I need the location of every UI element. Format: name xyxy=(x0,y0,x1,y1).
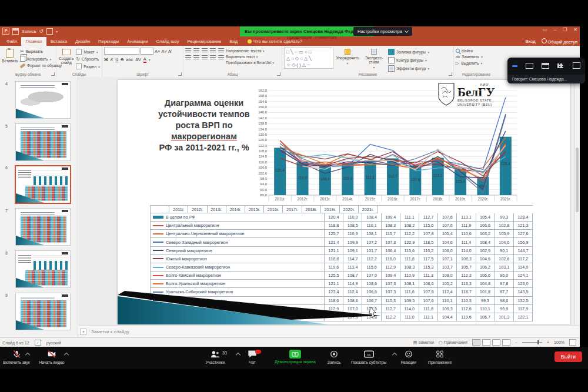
section-button[interactable]: Раздел▾ xyxy=(76,63,100,69)
reactions-button[interactable]: Реакции xyxy=(395,350,422,364)
gallery-strip-icon[interactable] xyxy=(542,63,549,69)
text-shadow-button[interactable]: abc xyxy=(126,57,133,62)
tell-me-box[interactable]: Что вы хотите сделать? xyxy=(248,39,302,46)
gallery-grid-icon[interactable] xyxy=(557,63,563,68)
spellcheck-icon[interactable]: ✓ xyxy=(35,340,41,346)
apps-button[interactable]: Приложения xyxy=(422,350,457,364)
notes-collapse-icon[interactable]: ◂ xyxy=(80,329,86,335)
zoom-slider[interactable] xyxy=(522,342,542,343)
exit-fullscreen-icon[interactable] xyxy=(573,62,580,69)
minimize-icon[interactable]: – xyxy=(554,27,556,32)
share-button[interactable]: Общий доступ xyxy=(542,38,577,45)
slide-thumbnail-9[interactable]: 9 xyxy=(15,293,71,330)
new-slide-button[interactable]: Создать слайд xyxy=(58,48,74,71)
tab-Дизайн[interactable]: Дизайн xyxy=(71,37,94,46)
columns-icon[interactable] xyxy=(218,55,224,59)
tab-Слайд-шоу[interactable]: Слайд-шоу xyxy=(152,37,183,46)
sign-in-button[interactable]: Вход xyxy=(526,39,536,44)
align-left-icon[interactable] xyxy=(185,55,191,59)
minimize-video-icon[interactable] xyxy=(512,65,517,67)
leave-meeting-button[interactable]: Выйти xyxy=(554,351,582,362)
shapes-gallery[interactable]: □╲─▭○□△○◇○△╲☆◇()△─ xyxy=(284,48,333,69)
arrange-button[interactable]: Упорядочить▾ xyxy=(335,48,360,71)
tab-Рецензирование[interactable]: Рецензирование xyxy=(183,37,226,46)
zoom-level[interactable]: 100% xyxy=(554,340,564,344)
italic-button[interactable]: К xyxy=(111,57,113,62)
chat-button[interactable]: Чат xyxy=(240,350,265,364)
dialog-launcher-icon[interactable] xyxy=(51,72,55,76)
participants-button[interactable]: 33 Участники xyxy=(196,350,234,364)
share-screen-button[interactable]: Демонстрация экрана xyxy=(265,350,326,364)
notes-pane[interactable]: ◂ Заметки к слайду xyxy=(78,325,580,338)
slide-thumbnail-6[interactable]: 6 xyxy=(15,165,71,204)
align-center-icon[interactable] xyxy=(193,55,199,59)
copy-button[interactable]: Копировать▾ xyxy=(20,56,62,62)
char-spacing-button[interactable]: AV xyxy=(135,57,141,62)
grow-font-button[interactable]: A˄ xyxy=(155,49,160,54)
tab-Анимации[interactable]: Анимации xyxy=(123,37,152,46)
dialog-launcher-icon[interactable] xyxy=(277,72,280,76)
align-text-button[interactable]: Выровнять текст ▾ xyxy=(226,55,274,59)
shape-outline-button[interactable]: Контур фигуры▾ xyxy=(388,57,429,63)
fit-slide-icon[interactable] xyxy=(569,339,576,346)
text-direction-button[interactable]: Направление текста ▾ xyxy=(226,49,274,53)
ribbon-options-icon[interactable]: ▭ xyxy=(543,27,547,32)
start-video-button[interactable]: Начать видео xyxy=(33,350,71,364)
record-button[interactable]: Запись xyxy=(322,350,346,364)
zoom-in-button[interactable]: + xyxy=(547,340,549,344)
font-size-input[interactable] xyxy=(141,48,153,55)
slide-thumbnail-8[interactable]: 8 xyxy=(15,250,71,288)
reset-button[interactable]: ↻Сбросить xyxy=(76,56,100,62)
normal-view-icon[interactable] xyxy=(472,339,480,346)
paste-button[interactable]: Вставить xyxy=(2,48,18,71)
slide-thumbnail-5[interactable]: 5 xyxy=(15,123,71,161)
format-painter-button[interactable]: Формат по образцу xyxy=(20,63,62,68)
align-right-icon[interactable] xyxy=(202,55,208,59)
zoom-out-button[interactable]: – xyxy=(515,340,517,344)
underline-button[interactable]: Ч xyxy=(115,57,118,62)
select-button[interactable]: ▷Выделить▾ xyxy=(456,61,497,66)
zoom-slider-knob[interactable] xyxy=(537,340,539,344)
scrollbar-thumb[interactable] xyxy=(576,148,579,212)
captions-button[interactable]: cc Показать субтитры xyxy=(346,350,392,364)
reading-view-icon[interactable] xyxy=(492,339,500,346)
slide-thumbnail-4[interactable]: 4 xyxy=(15,81,71,119)
language-indicator[interactable]: русский xyxy=(46,341,61,345)
tab-Переходы[interactable]: Переходы xyxy=(94,37,123,46)
font-name-input[interactable] xyxy=(104,48,139,55)
shrink-font-button[interactable]: A˅ xyxy=(161,49,166,54)
find-button[interactable]: Найти xyxy=(456,49,497,53)
shape-effects-button[interactable]: Эффекты фигур▾ xyxy=(388,65,429,72)
dialog-launcher-icon[interactable] xyxy=(178,72,182,76)
undo-icon[interactable]: ↺ xyxy=(39,28,44,34)
restore-icon[interactable]: ❐ xyxy=(563,27,567,32)
layout-button[interactable]: Макет▾ xyxy=(76,49,100,55)
justify-icon[interactable] xyxy=(210,55,216,59)
strikethrough-button[interactable]: S xyxy=(121,57,123,62)
smartart-button[interactable]: Преобразовать в SmartArt ▾ xyxy=(226,61,274,65)
slideshow-icon[interactable] xyxy=(502,339,510,346)
comments-toggle[interactable]: ▢ Примечания xyxy=(439,340,467,345)
shape-fill-button[interactable]: Заливка фигуры▾ xyxy=(388,49,429,55)
indent-decrease-icon[interactable] xyxy=(202,48,208,52)
view-options-button[interactable]: Настройки просмотра xyxy=(353,27,412,36)
tab-Вставка[interactable]: Вставка xyxy=(46,37,71,46)
vertical-scrollbar[interactable] xyxy=(574,77,580,325)
numbering-icon[interactable] xyxy=(193,48,199,52)
tab-Главная[interactable]: Главная xyxy=(21,37,46,46)
bullets-icon[interactable] xyxy=(185,48,191,52)
slide-canvas[interactable]: Диаграмма оценкиустойчивости темповроста… xyxy=(118,80,570,324)
notes-toggle[interactable]: ▤ Заметки xyxy=(413,340,434,345)
tab-Файл[interactable]: Файл xyxy=(2,37,21,46)
speaker-view-icon[interactable] xyxy=(526,63,533,69)
save-icon[interactable] xyxy=(12,28,19,35)
cut-button[interactable]: ✂Вырезать xyxy=(20,49,62,54)
bold-button[interactable]: Ж xyxy=(104,57,108,62)
indent-increase-icon[interactable] xyxy=(210,48,216,52)
qat-customize-icon[interactable]: ▾ xyxy=(56,29,58,33)
font-color-button[interactable]: A xyxy=(143,56,146,63)
start-slideshow-icon[interactable] xyxy=(46,28,53,35)
clear-format-button[interactable]: A̸ xyxy=(168,49,171,54)
slide-sorter-icon[interactable] xyxy=(482,339,490,346)
close-icon[interactable]: ✕ xyxy=(573,27,577,32)
